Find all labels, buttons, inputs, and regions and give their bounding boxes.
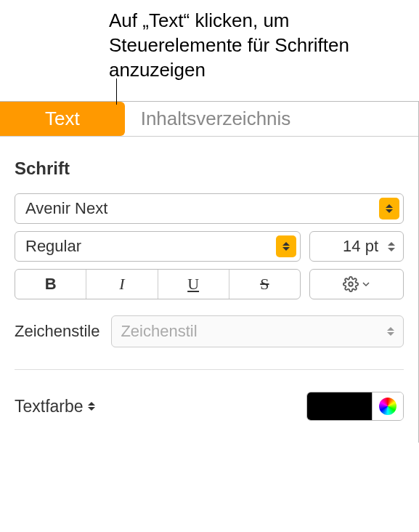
tab-text[interactable]: Text (0, 102, 125, 136)
text-color-row: Textfarbe (15, 392, 404, 435)
updown-arrows-icon (379, 198, 399, 219)
strikethrough-button[interactable]: S (229, 270, 300, 299)
font-section: Schrift Avenir Next Regular 14 pt (0, 137, 418, 443)
text-color-label-text: Textfarbe (15, 397, 84, 416)
svg-point-0 (349, 282, 353, 286)
italic-button[interactable]: I (86, 270, 158, 299)
character-styles-popup[interactable]: Zeichenstil (111, 315, 404, 347)
bold-button[interactable]: B (15, 270, 86, 299)
font-size-stepper[interactable]: 14 pt (309, 231, 404, 262)
callout-text: Auf „Text“ klicken, um Steuerelemente fü… (0, 0, 419, 84)
character-styles-placeholder: Zeichenstil (121, 322, 197, 341)
text-color-well[interactable] (307, 392, 373, 420)
character-styles-row: Zeichenstile Zeichenstil (15, 315, 404, 369)
color-wheel-icon (379, 398, 396, 415)
divider (15, 369, 404, 370)
gear-icon (343, 276, 359, 292)
font-section-title: Schrift (15, 158, 404, 179)
advanced-options-button[interactable] (309, 269, 404, 299)
chevron-down-icon (362, 280, 370, 289)
text-color-label: Textfarbe (15, 397, 95, 416)
font-style-segment: B I U S (15, 269, 301, 299)
character-styles-label: Zeichenstile (15, 322, 99, 341)
underline-button[interactable]: U (158, 270, 229, 299)
tab-toc[interactable]: Inhaltsverzeichnis (125, 102, 307, 136)
text-color-control (306, 392, 404, 421)
font-typeface-popup[interactable]: Regular (15, 231, 301, 262)
tab-bar: Text Inhaltsverzeichnis (0, 102, 418, 137)
inspector-panel: Text Inhaltsverzeichnis Schrift Avenir N… (0, 101, 419, 443)
callout-leader-line (116, 78, 117, 105)
stepper-arrows-icon (384, 242, 399, 251)
updown-arrows-icon (387, 327, 394, 336)
text-color-picker-button[interactable] (373, 392, 403, 420)
updown-arrows-icon[interactable] (88, 402, 95, 411)
font-family-value: Avenir Next (25, 199, 107, 218)
font-family-popup[interactable]: Avenir Next (15, 193, 404, 224)
font-size-value: 14 pt (310, 237, 384, 256)
font-typeface-value: Regular (25, 237, 81, 256)
updown-arrows-icon (276, 235, 296, 257)
